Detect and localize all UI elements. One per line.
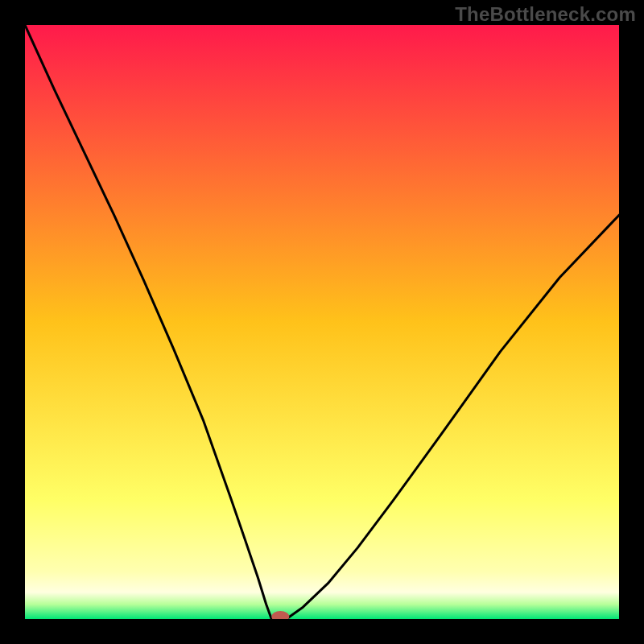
watermark-text: TheBottleneck.com <box>455 3 636 26</box>
chart-frame: TheBottleneck.com <box>0 0 644 644</box>
chart-svg <box>25 25 619 619</box>
plot-area <box>25 25 619 619</box>
gradient-rect <box>25 25 619 619</box>
